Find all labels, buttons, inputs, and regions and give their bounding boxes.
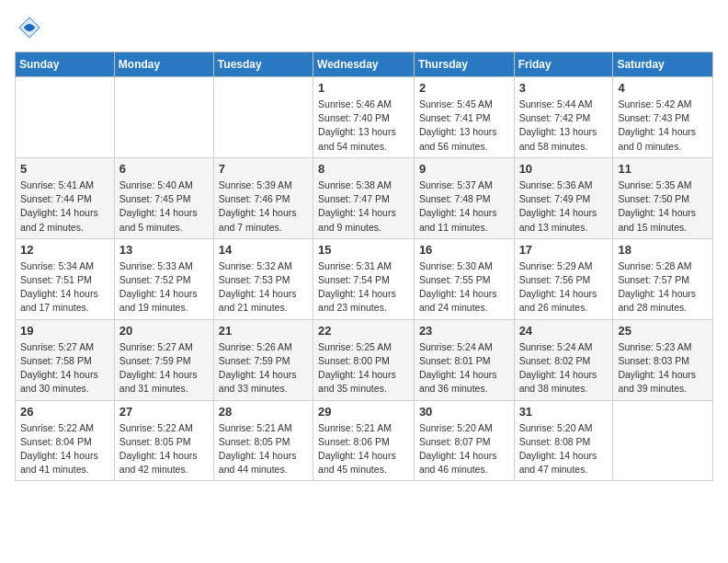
calendar-day-cell: 20Sunrise: 5:27 AMSunset: 7:59 PMDayligh…: [114, 319, 213, 400]
day-number: 26: [20, 405, 109, 419]
calendar-week-row: 12Sunrise: 5:34 AMSunset: 7:51 PMDayligh…: [16, 238, 713, 319]
calendar-day-cell: 14Sunrise: 5:32 AMSunset: 7:53 PMDayligh…: [213, 238, 313, 319]
logo-icon: [17, 15, 42, 40]
day-info: Sunrise: 5:45 AMSunset: 7:41 PMDaylight:…: [419, 98, 497, 152]
day-number: 6: [119, 162, 209, 176]
day-number: 31: [519, 405, 609, 419]
day-info: Sunrise: 5:39 AMSunset: 7:46 PMDaylight:…: [219, 179, 297, 233]
calendar-day-cell: 15Sunrise: 5:31 AMSunset: 7:54 PMDayligh…: [313, 238, 415, 319]
day-info: Sunrise: 5:27 AMSunset: 7:58 PMDaylight:…: [20, 341, 98, 395]
day-number: 21: [219, 324, 308, 338]
day-number: 5: [20, 162, 109, 176]
day-info: Sunrise: 5:36 AMSunset: 7:49 PMDaylight:…: [519, 179, 597, 233]
day-number: 3: [519, 81, 609, 95]
calendar-day-cell: [114, 77, 213, 158]
day-number: 10: [519, 162, 609, 176]
calendar-day-cell: 26Sunrise: 5:22 AMSunset: 8:04 PMDayligh…: [16, 400, 115, 481]
day-info: Sunrise: 5:22 AMSunset: 8:05 PMDaylight:…: [119, 422, 198, 476]
day-number: 4: [618, 81, 708, 95]
calendar-day-cell: 6Sunrise: 5:40 AMSunset: 7:45 PMDaylight…: [114, 157, 213, 238]
day-number: 27: [119, 405, 209, 419]
day-info: Sunrise: 5:44 AMSunset: 7:42 PMDaylight:…: [519, 98, 597, 152]
calendar-day-cell: 24Sunrise: 5:24 AMSunset: 8:02 PMDayligh…: [514, 319, 613, 400]
day-of-week-header: Monday: [114, 52, 213, 77]
day-info: Sunrise: 5:29 AMSunset: 7:56 PMDaylight:…: [519, 260, 597, 314]
day-number: 14: [219, 243, 308, 257]
day-info: Sunrise: 5:41 AMSunset: 7:44 PMDaylight:…: [20, 179, 98, 233]
day-number: 29: [318, 405, 409, 419]
day-info: Sunrise: 5:20 AMSunset: 8:08 PMDaylight:…: [519, 422, 597, 476]
calendar-header: SundayMondayTuesdayWednesdayThursdayFrid…: [16, 52, 713, 77]
calendar-day-cell: 1Sunrise: 5:46 AMSunset: 7:40 PMDaylight…: [313, 77, 415, 158]
calendar-day-cell: 25Sunrise: 5:23 AMSunset: 8:03 PMDayligh…: [613, 319, 713, 400]
calendar-day-cell: 23Sunrise: 5:24 AMSunset: 8:01 PMDayligh…: [414, 319, 514, 400]
calendar-day-cell: 8Sunrise: 5:38 AMSunset: 7:47 PMDaylight…: [313, 157, 415, 238]
page-header: [15, 15, 713, 40]
day-info: Sunrise: 5:24 AMSunset: 8:02 PMDaylight:…: [519, 341, 597, 395]
calendar-week-row: 5Sunrise: 5:41 AMSunset: 7:44 PMDaylight…: [16, 157, 713, 238]
day-number: 23: [419, 324, 509, 338]
calendar-day-cell: [16, 77, 115, 158]
day-number: 9: [419, 162, 509, 176]
calendar-week-row: 19Sunrise: 5:27 AMSunset: 7:58 PMDayligh…: [16, 319, 713, 400]
day-info: Sunrise: 5:38 AMSunset: 7:47 PMDaylight:…: [318, 179, 396, 233]
calendar-day-cell: 30Sunrise: 5:20 AMSunset: 8:07 PMDayligh…: [414, 400, 514, 481]
calendar-day-cell: 3Sunrise: 5:44 AMSunset: 7:42 PMDaylight…: [514, 77, 613, 158]
calendar-day-cell: [213, 77, 313, 158]
calendar-day-cell: [613, 400, 713, 481]
day-number: 22: [318, 324, 409, 338]
calendar-body: 1Sunrise: 5:46 AMSunset: 7:40 PMDaylight…: [16, 77, 713, 481]
day-info: Sunrise: 5:35 AMSunset: 7:50 PMDaylight:…: [618, 179, 696, 233]
day-of-week-header: Saturday: [613, 52, 713, 77]
calendar-day-cell: 7Sunrise: 5:39 AMSunset: 7:46 PMDaylight…: [213, 157, 313, 238]
day-number: 11: [618, 162, 708, 176]
day-number: 18: [618, 243, 708, 257]
calendar-day-cell: 18Sunrise: 5:28 AMSunset: 7:57 PMDayligh…: [613, 238, 713, 319]
day-number: 25: [618, 324, 708, 338]
day-number: 28: [219, 405, 308, 419]
calendar-day-cell: 2Sunrise: 5:45 AMSunset: 7:41 PMDaylight…: [414, 77, 514, 158]
calendar-table: SundayMondayTuesdayWednesdayThursdayFrid…: [15, 52, 713, 481]
day-of-week-header: Thursday: [414, 52, 514, 77]
day-info: Sunrise: 5:37 AMSunset: 7:48 PMDaylight:…: [419, 179, 497, 233]
day-of-week-header: Friday: [514, 52, 613, 77]
day-number: 8: [318, 162, 409, 176]
calendar-day-cell: 17Sunrise: 5:29 AMSunset: 7:56 PMDayligh…: [514, 238, 613, 319]
day-number: 12: [20, 243, 109, 257]
calendar-day-cell: 9Sunrise: 5:37 AMSunset: 7:48 PMDaylight…: [414, 157, 514, 238]
days-of-week-row: SundayMondayTuesdayWednesdayThursdayFrid…: [16, 52, 713, 77]
day-info: Sunrise: 5:32 AMSunset: 7:53 PMDaylight:…: [219, 260, 297, 314]
day-number: 19: [20, 324, 109, 338]
logo: [15, 15, 42, 40]
calendar-day-cell: 19Sunrise: 5:27 AMSunset: 7:58 PMDayligh…: [16, 319, 115, 400]
day-info: Sunrise: 5:27 AMSunset: 7:59 PMDaylight:…: [119, 341, 198, 395]
calendar-day-cell: 27Sunrise: 5:22 AMSunset: 8:05 PMDayligh…: [114, 400, 213, 481]
calendar-day-cell: 5Sunrise: 5:41 AMSunset: 7:44 PMDaylight…: [16, 157, 115, 238]
day-info: Sunrise: 5:28 AMSunset: 7:57 PMDaylight:…: [618, 260, 696, 314]
day-number: 15: [318, 243, 409, 257]
calendar-day-cell: 12Sunrise: 5:34 AMSunset: 7:51 PMDayligh…: [16, 238, 115, 319]
day-info: Sunrise: 5:21 AMSunset: 8:06 PMDaylight:…: [318, 422, 396, 476]
day-number: 16: [419, 243, 509, 257]
day-info: Sunrise: 5:40 AMSunset: 7:45 PMDaylight:…: [119, 179, 198, 233]
calendar-day-cell: 4Sunrise: 5:42 AMSunset: 7:43 PMDaylight…: [613, 77, 713, 158]
day-info: Sunrise: 5:22 AMSunset: 8:04 PMDaylight:…: [20, 422, 98, 476]
day-number: 7: [219, 162, 308, 176]
day-info: Sunrise: 5:31 AMSunset: 7:54 PMDaylight:…: [318, 260, 396, 314]
calendar-day-cell: 28Sunrise: 5:21 AMSunset: 8:05 PMDayligh…: [213, 400, 313, 481]
calendar-day-cell: 21Sunrise: 5:26 AMSunset: 7:59 PMDayligh…: [213, 319, 313, 400]
calendar-day-cell: 31Sunrise: 5:20 AMSunset: 8:08 PMDayligh…: [514, 400, 613, 481]
day-number: 1: [318, 81, 409, 95]
calendar-week-row: 26Sunrise: 5:22 AMSunset: 8:04 PMDayligh…: [16, 400, 713, 481]
day-info: Sunrise: 5:42 AMSunset: 7:43 PMDaylight:…: [618, 98, 696, 152]
day-number: 30: [419, 405, 509, 419]
day-info: Sunrise: 5:21 AMSunset: 8:05 PMDaylight:…: [219, 422, 297, 476]
day-number: 13: [119, 243, 209, 257]
calendar-week-row: 1Sunrise: 5:46 AMSunset: 7:40 PMDaylight…: [16, 77, 713, 158]
day-info: Sunrise: 5:23 AMSunset: 8:03 PMDaylight:…: [618, 341, 696, 395]
day-number: 17: [519, 243, 609, 257]
day-number: 2: [419, 81, 509, 95]
day-info: Sunrise: 5:26 AMSunset: 7:59 PMDaylight:…: [219, 341, 297, 395]
day-info: Sunrise: 5:25 AMSunset: 8:00 PMDaylight:…: [318, 341, 396, 395]
day-info: Sunrise: 5:33 AMSunset: 7:52 PMDaylight:…: [119, 260, 198, 314]
